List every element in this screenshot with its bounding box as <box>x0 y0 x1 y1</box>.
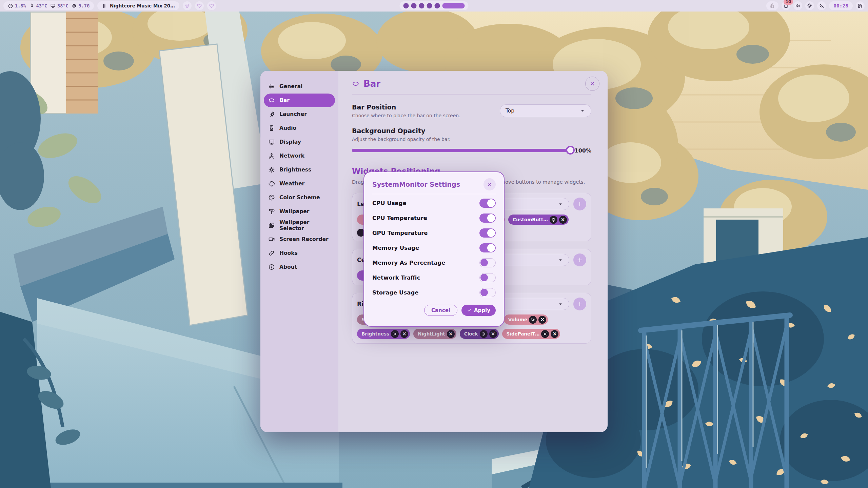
chip-remove-button[interactable]: × <box>559 216 567 224</box>
cpu-usage-stat: 1.8% <box>8 3 26 8</box>
system-stats-module[interactable]: 1.8% 43°C 38°C 9.7G <box>3 1 94 10</box>
widget-chip-clock[interactable]: Clock× <box>460 329 499 339</box>
apply-button[interactable]: Apply <box>461 305 496 316</box>
bar-position-select[interactable]: Top <box>500 104 591 117</box>
toggle-row-cpu-temperature: CPU Temperature <box>372 210 496 225</box>
workspace-dot[interactable] <box>411 3 417 8</box>
sidebar-item-brightness[interactable]: Brightness <box>264 163 335 177</box>
quick-button-2[interactable] <box>195 1 204 10</box>
workspace-dot[interactable] <box>427 3 432 8</box>
sidebar-item-label: Hooks <box>279 250 298 256</box>
sidebar-item-bar[interactable]: Bar <box>264 94 335 107</box>
toggle-label: Network Traffic <box>372 274 420 281</box>
sidebar-item-wallpaper-selector[interactable]: Wallpaper Selector <box>264 219 335 232</box>
sidebar-item-label: Screen Recorder <box>279 236 329 242</box>
workspace-active-pill[interactable] <box>442 3 465 8</box>
sidebar-item-label: About <box>279 264 297 270</box>
cancel-button[interactable]: Cancel <box>424 305 457 316</box>
sidebar-item-display[interactable]: Display <box>264 135 335 149</box>
modal-footer: Cancel Apply <box>372 305 496 316</box>
sidebar-item-label: General <box>279 83 302 89</box>
sidebar-nav: GeneralBarLauncherAudioDisplayNetworkBri… <box>264 80 335 274</box>
sidebar-item-about[interactable]: About <box>264 260 335 274</box>
widget-chip-nightlight[interactable]: NightLight× <box>413 329 456 339</box>
custom-gesture-button[interactable] <box>766 1 778 10</box>
sidebar-item-label: Bar <box>279 97 290 103</box>
widget-chip-custombutt[interactable]: CustomButt…× <box>508 215 569 225</box>
sidebar-item-weather[interactable]: Weather <box>264 177 335 190</box>
toggle-switch[interactable] <box>479 199 496 208</box>
modal-toggle-list: CPU UsageCPU TemperatureGPU TemperatureM… <box>372 196 496 300</box>
opacity-slider[interactable] <box>352 149 570 152</box>
quick-button-1[interactable] <box>183 1 192 10</box>
sidebar-item-audio[interactable]: Audio <box>264 121 335 135</box>
chip-label: SidePanelT… <box>507 331 540 337</box>
sidebar-item-general[interactable]: General <box>264 80 335 93</box>
media-module[interactable]: Nightcore Music Mix 20… <box>97 1 179 10</box>
night-light-button[interactable] <box>817 1 826 10</box>
chip-settings-button[interactable] <box>529 316 537 324</box>
workspace-dot[interactable] <box>403 3 409 8</box>
top-bar-left-modules: 1.8% 43°C 38°C 9.7G Nightcore Music Mix … <box>3 1 216 10</box>
toggle-row-network-traffic: Network Traffic <box>372 270 496 285</box>
widget-chip-brightness[interactable]: Brightness× <box>357 329 410 339</box>
systemmonitor-settings-modal: SystemMonitor Settings CPU UsageCPU Temp… <box>363 171 505 327</box>
sidebar-item-label: Brightness <box>279 167 311 173</box>
add-widget-button[interactable] <box>573 198 586 210</box>
clock-module[interactable]: 00:28 <box>829 1 853 10</box>
opacity-slider-knob[interactable] <box>566 146 575 155</box>
chip-settings-button[interactable] <box>550 216 557 224</box>
toggle-switch[interactable] <box>479 258 496 267</box>
oval-icon <box>268 97 275 104</box>
clock-text: 00:28 <box>833 3 848 8</box>
chip-remove-button[interactable]: × <box>551 330 558 338</box>
add-widget-button[interactable] <box>573 298 586 310</box>
modal-close-button[interactable] <box>484 178 496 190</box>
dashboard-button[interactable] <box>856 1 865 10</box>
notifications-button[interactable]: 10 <box>782 1 790 10</box>
gear-icon <box>543 332 547 336</box>
sidebar-item-wallpaper[interactable]: Wallpaper <box>264 205 335 218</box>
widget-chip-volume[interactable]: Volume× <box>504 314 548 325</box>
chip-remove-button[interactable]: × <box>489 330 497 338</box>
cloud-icon <box>268 180 275 187</box>
chip-settings-button[interactable] <box>480 330 488 338</box>
toggle-switch[interactable] <box>479 243 496 252</box>
sidebar-item-label: Network <box>279 153 304 159</box>
window-close-button[interactable] <box>585 77 599 91</box>
toggle-switch[interactable] <box>479 288 496 297</box>
chip-label: Brightness <box>361 331 389 337</box>
notification-count-badge: 10 <box>784 0 793 5</box>
toggle-label: Storage Usage <box>372 289 418 296</box>
sidebar-item-color-scheme[interactable]: Color Scheme <box>264 191 335 204</box>
sidebar-item-launcher[interactable]: Launcher <box>264 107 335 121</box>
brightness-button[interactable] <box>805 1 814 10</box>
sidebar-item-screen-recorder[interactable]: Screen Recorder <box>264 232 335 246</box>
workspace-indicator[interactable] <box>400 1 469 10</box>
skull-icon <box>184 3 190 8</box>
chip-remove-button[interactable]: × <box>447 330 455 338</box>
plus-icon <box>576 201 583 207</box>
speaker-icon <box>795 3 801 8</box>
toggle-switch[interactable] <box>479 273 496 282</box>
moon-off-icon <box>819 3 824 8</box>
toggle-switch[interactable] <box>479 228 496 238</box>
chip-settings-button[interactable] <box>391 330 399 338</box>
chip-remove-button[interactable]: × <box>400 330 408 338</box>
workspaces-module <box>400 1 469 10</box>
add-widget-button[interactable] <box>573 253 586 266</box>
sidebar-item-hooks[interactable]: Hooks <box>264 246 335 260</box>
close-icon <box>487 182 492 187</box>
chip-settings-button[interactable] <box>541 330 549 338</box>
widget-chip-sidepanelt[interactable]: SidePanelT…× <box>502 329 560 339</box>
sliders-icon <box>268 83 275 90</box>
workspace-dot[interactable] <box>435 3 440 8</box>
toggle-switch[interactable] <box>479 214 496 223</box>
sidebar-item-network[interactable]: Network <box>264 149 335 163</box>
hand-icon <box>770 3 775 8</box>
workspace-dot[interactable] <box>419 3 425 8</box>
chip-icon <box>72 3 77 8</box>
chip-remove-button[interactable]: × <box>538 316 546 324</box>
quick-button-3[interactable] <box>207 1 216 10</box>
volume-button[interactable] <box>793 1 802 10</box>
